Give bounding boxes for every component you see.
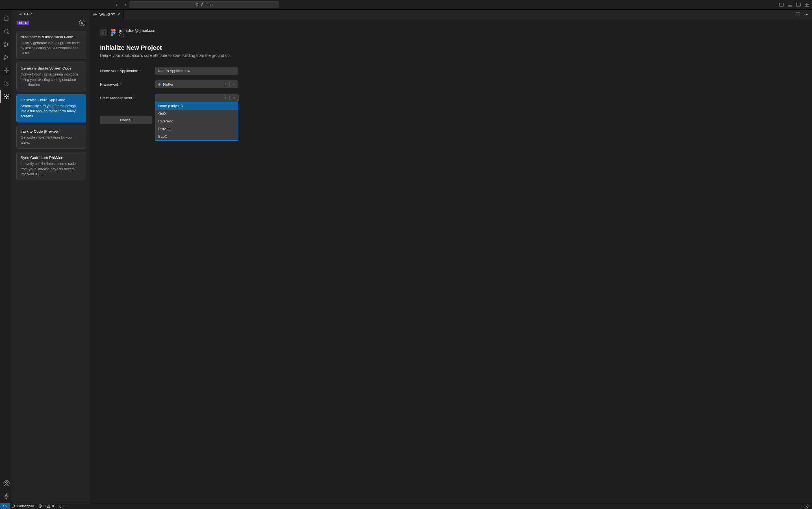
framework-select[interactable]: Flutter × <box>155 80 238 88</box>
page-title: Initialize New Project <box>100 44 801 52</box>
card-desc: Seamlessly turn your Figma design into a… <box>21 103 82 119</box>
ports-status[interactable]: 0 <box>56 504 68 508</box>
tab-close-icon[interactable]: × <box>117 12 120 17</box>
svg-point-26 <box>95 14 96 15</box>
svg-rect-7 <box>805 3 807 4</box>
svg-point-23 <box>5 482 7 483</box>
dropdown-option[interactable]: GetX <box>155 110 238 117</box>
nav-back[interactable] <box>114 3 119 7</box>
svg-point-14 <box>7 44 9 45</box>
beta-badge: BETA <box>17 21 29 25</box>
svg-point-32 <box>113 31 116 34</box>
tab-bar: WiseGPT × <box>89 10 812 19</box>
toggle-primary-sidebar-icon[interactable] <box>779 3 784 7</box>
svg-point-0 <box>196 3 198 6</box>
framework-clear-icon[interactable]: × <box>223 82 228 87</box>
dropdown-option[interactable]: None (Only UI) <box>155 102 238 110</box>
card-title: Generate Entire App Code <box>21 98 82 102</box>
activity-search[interactable] <box>0 25 13 38</box>
activity-settings[interactable] <box>0 490 13 503</box>
svg-point-31 <box>808 14 808 15</box>
activity-source-control[interactable] <box>0 38 13 51</box>
svg-point-34 <box>60 505 61 506</box>
back-button[interactable] <box>100 29 107 36</box>
sidebar-card[interactable]: Automate API Integration CodeQuickly gen… <box>16 31 86 59</box>
breadcrumb: john.doe@gmail.com App <box>100 28 801 37</box>
svg-point-12 <box>4 42 5 43</box>
activity-bar <box>0 10 13 503</box>
toggle-secondary-sidebar-icon[interactable] <box>796 3 801 7</box>
remote-indicator[interactable] <box>0 503 10 509</box>
search-icon <box>195 3 199 7</box>
state-label: State Management * <box>100 96 155 100</box>
cancel-button[interactable]: Cancel <box>100 116 152 124</box>
card-desc: Convert your Figma design into code usin… <box>21 72 82 87</box>
activity-explorer[interactable] <box>0 12 13 25</box>
card-desc: Quickly generate API integration code by… <box>21 40 82 56</box>
svg-rect-3 <box>788 3 792 6</box>
svg-rect-18 <box>7 71 9 73</box>
svg-rect-5 <box>797 3 801 6</box>
card-title: Task to Code [Preview] <box>21 129 82 133</box>
toggle-panel-icon[interactable] <box>788 3 792 7</box>
svg-point-11 <box>4 29 8 33</box>
activity-run-debug[interactable] <box>0 51 13 64</box>
svg-rect-19 <box>7 68 9 70</box>
activity-extension-5[interactable] <box>0 77 13 90</box>
svg-point-20 <box>4 81 9 86</box>
state-dropdown: None (Only UI)GetXRiverPodProviderBLoC <box>155 102 238 140</box>
nav-forward[interactable] <box>123 3 127 7</box>
state-management-select[interactable]: × None (Only UI)GetXRiverPodProviderBLoC <box>155 94 238 102</box>
search-placeholder: Search <box>201 3 213 7</box>
chevron-down-icon[interactable] <box>231 96 236 100</box>
sidebar-card[interactable]: Sync Code from DhiWiseInstantly pull the… <box>16 152 86 180</box>
dropdown-option[interactable]: BLoC <box>155 133 238 140</box>
flutter-icon <box>157 82 161 86</box>
svg-rect-8 <box>807 3 809 4</box>
sidebar-title: WISEGPT <box>13 10 89 18</box>
breadcrumb-sub: App <box>119 33 156 37</box>
svg-point-25 <box>82 22 83 23</box>
activity-extensions[interactable] <box>0 64 13 77</box>
command-center-search[interactable]: Search <box>129 1 279 8</box>
dropdown-option[interactable]: Provider <box>155 125 238 133</box>
editor-area: WiseGPT × <box>89 10 812 503</box>
tab-wisegpt[interactable]: WiseGPT × <box>89 10 124 19</box>
dropdown-option[interactable]: RiverPod <box>155 117 238 125</box>
page-subtitle: Define your application's core attribute… <box>100 53 801 58</box>
framework-value: Flutter <box>163 82 222 87</box>
launchpad-status[interactable]: Launchpad <box>10 504 36 508</box>
svg-point-30 <box>806 14 807 15</box>
sidebar-card[interactable]: Generate Single Screen CodeConvert your … <box>16 63 86 91</box>
name-label: Name your Application * <box>100 69 155 73</box>
card-desc: Get code implementation for your tasks. <box>21 135 82 145</box>
sidebar-card[interactable]: Generate Entire App CodeSeamlessly turn … <box>16 94 86 123</box>
breadcrumb-email: john.doe@gmail.com <box>119 28 156 33</box>
activity-accounts[interactable] <box>0 477 13 490</box>
svg-point-13 <box>4 45 5 47</box>
svg-rect-9 <box>805 5 807 6</box>
titlebar: Search <box>0 0 812 10</box>
card-desc: Instantly pull the latest source code fr… <box>21 161 82 176</box>
framework-label: Framework * <box>100 82 155 87</box>
status-bar: Launchpad 0 0 0 <box>0 503 812 509</box>
figma-icon <box>111 29 116 36</box>
tab-label: WiseGPT <box>100 12 115 17</box>
svg-rect-1 <box>779 3 783 6</box>
app-name-input[interactable] <box>155 67 238 75</box>
svg-point-29 <box>805 14 806 15</box>
split-editor-icon[interactable] <box>796 12 800 17</box>
chevron-down-icon[interactable] <box>231 82 236 86</box>
svg-rect-10 <box>807 5 809 6</box>
notifications-icon[interactable] <box>804 504 812 508</box>
sidebar-card[interactable]: Task to Code [Preview]Get code implement… <box>16 126 86 149</box>
user-avatar-icon[interactable] <box>79 20 85 26</box>
card-title: Sync Code from DhiWise <box>21 156 82 160</box>
customize-layout-icon[interactable] <box>805 3 809 7</box>
state-clear-icon[interactable]: × <box>223 96 228 100</box>
more-actions-icon[interactable] <box>804 12 809 17</box>
svg-rect-17 <box>4 71 6 73</box>
spinner-icon <box>93 12 97 17</box>
problems-status[interactable]: 0 0 <box>36 504 56 508</box>
activity-wisegpt[interactable] <box>0 90 13 103</box>
